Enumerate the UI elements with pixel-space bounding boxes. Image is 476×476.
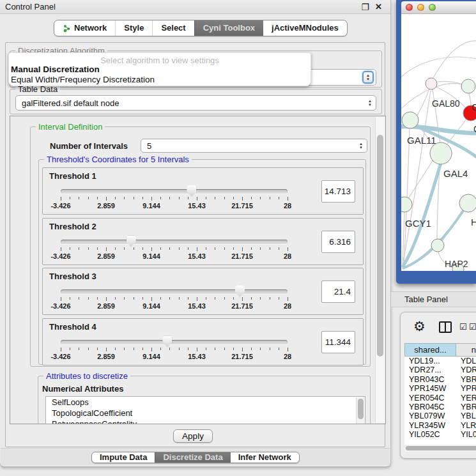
threshold-1-box: Threshold 1-3.4262.8599.14415.4321.71528… — [42, 167, 364, 215]
attribute-list-item[interactable]: BetweennessCentrality — [46, 418, 365, 424]
mac-minimize-icon[interactable] — [417, 4, 424, 11]
table-row[interactable]: YPR145WYPR1 — [404, 384, 476, 393]
table-cell: YBR0 — [456, 403, 476, 411]
table-cell: YDL1 — [456, 357, 476, 365]
threshold-value-field[interactable]: 6.316 — [321, 231, 355, 253]
tab-infer-network[interactable]: Infer Network — [231, 452, 299, 463]
network-node-label: GAL4 — [443, 168, 468, 179]
network-node[interactable] — [459, 194, 476, 212]
settings-scrollbar[interactable] — [375, 117, 385, 423]
slider-tick-labels: -3.4262.8599.14415.4321.71528 — [61, 252, 288, 260]
split-columns-icon[interactable] — [439, 321, 452, 333]
threshold-slider-thumb[interactable] — [187, 185, 196, 197]
threshold-slider-track[interactable] — [61, 289, 288, 294]
tab-select[interactable]: Select — [152, 20, 194, 36]
table-data-group: Table Data galFiltered.sif default node … — [10, 89, 382, 114]
network-node[interactable] — [431, 239, 444, 252]
table-row[interactable]: YDR27...YDR2 — [404, 365, 476, 374]
network-edge[interactable] — [469, 93, 471, 106]
close-icon[interactable]: ✕ — [375, 2, 382, 12]
threshold-slider-track[interactable] — [61, 340, 288, 344]
threshold-slider-thumb[interactable] — [162, 336, 172, 348]
network-window-titlebar — [401, 1, 476, 14]
threshold-value-field[interactable]: 11.344 — [321, 331, 355, 353]
network-icon — [63, 24, 71, 33]
table-cell: YBL079W — [404, 411, 456, 420]
network-node[interactable] — [426, 78, 437, 89]
threshold-2-box: Threshold 2-3.4262.8599.14415.4321.71528… — [42, 218, 364, 265]
tab-discretize-data[interactable]: Discretize Data — [155, 452, 230, 463]
table-cell: YDL19... — [404, 357, 456, 365]
network-node-label: GCY1 — [405, 218, 431, 229]
table-cell: YDR2 — [456, 365, 476, 374]
spinner-icon: ▲▼ — [359, 142, 363, 150]
attributes-list-scrollbar[interactable] — [356, 397, 364, 424]
network-canvas[interactable]: GAL80GACGAL11GAL4GCY1HHAP2 — [401, 14, 476, 271]
float-window-icon[interactable]: ❐ — [361, 2, 369, 12]
network-edge[interactable] — [433, 41, 476, 78]
cyni-toolbox-content: Discretization Algorithm ▲ ▼ Table Data … — [5, 42, 385, 447]
network-view-window: GAL80GACGAL11GAL4GCY1HHAP2 — [396, 0, 476, 284]
threshold-value-field[interactable]: 21.4 — [321, 280, 355, 303]
popup-hint: Select algorithm to view settings — [9, 56, 311, 65]
network-node[interactable] — [401, 197, 412, 212]
table-cell: YPR1 — [456, 384, 476, 393]
table-panel-title: Table Panel — [404, 295, 448, 304]
table-cell: YLR345W — [404, 421, 456, 430]
table-row[interactable]: YBR045CYBR0 — [404, 403, 476, 411]
algorithm-dropdown-popup: Select algorithm to view settings Manual… — [8, 52, 311, 86]
table-row[interactable]: YER054CYER0 — [404, 394, 476, 403]
mac-zoom-icon[interactable] — [429, 4, 436, 11]
spinner-down-icon: ▼ — [366, 77, 370, 81]
table-row[interactable]: YBL079WYBL0 — [404, 411, 476, 420]
popup-option-manual-discretization[interactable]: Manual Discretization — [11, 65, 100, 74]
thresholds-group: Threshold's Coordinates for 5 Intervals … — [38, 159, 366, 365]
tab-style[interactable]: Style — [115, 20, 152, 36]
table-row[interactable]: YDL19...YDL1 — [404, 357, 476, 365]
table-row[interactable]: YBR043CYBR0 — [404, 375, 476, 384]
algorithm-select-spinner[interactable]: ▲ ▼ — [362, 71, 374, 84]
checkbox-icon[interactable]: ☑ — [469, 322, 476, 332]
tab-network[interactable]: Network — [54, 20, 115, 36]
column-header-name[interactable]: name — [456, 343, 476, 357]
table-cell: YBL0 — [456, 411, 476, 420]
tab-impute-data[interactable]: Impute Data — [92, 452, 155, 463]
threshold-slider-track[interactable] — [61, 189, 288, 194]
tab-cyni-toolbox[interactable]: Cyni Toolbox — [194, 20, 263, 36]
attribute-list-item[interactable]: SelfLoops — [46, 397, 365, 408]
table-horizontal-scrollbar[interactable] — [404, 445, 476, 452]
tab-jactivemnodules[interactable]: jActiveMNodules — [263, 20, 347, 36]
table-data-select[interactable]: galFiltered.sif default node ▲▼ — [15, 95, 376, 111]
network-node-label: C — [473, 124, 476, 134]
threshold-slider-track[interactable] — [61, 240, 288, 244]
network-edge[interactable] — [408, 160, 433, 199]
threshold-label: Threshold 2 — [49, 222, 96, 231]
gear-icon[interactable]: ⚙ — [413, 319, 426, 334]
network-edge[interactable] — [401, 57, 476, 78]
threshold-label: Threshold 4 — [49, 322, 96, 332]
network-node-label: HAP2 — [445, 259, 468, 269]
attributes-group: Attributes to discretize Numerical Attri… — [38, 376, 371, 424]
threshold-label: Threshold 1 — [49, 171, 96, 181]
bottom-tab-strip: Impute Data Discretize Data Infer Networ… — [1, 448, 390, 465]
network-node[interactable] — [430, 142, 452, 164]
threshold-value-field[interactable]: 14.713 — [321, 180, 355, 203]
mac-close-icon[interactable] — [406, 4, 413, 11]
number-of-intervals-select[interactable]: 5 ▲▼ — [141, 139, 367, 153]
table-row[interactable]: YIL052CYIL0 — [404, 430, 476, 439]
network-node[interactable] — [402, 112, 418, 128]
table-row[interactable]: YLR345WYLR3 — [404, 421, 476, 430]
network-node-label: H — [471, 217, 476, 227]
checkbox-icon[interactable]: ☑ — [459, 322, 467, 332]
control-panel-tab-bar: Network Style Select Cyni Toolbox jActiv… — [54, 20, 348, 36]
column-header-shared-name[interactable]: shared... — [404, 343, 456, 357]
window-title: Control Panel — [5, 2, 56, 12]
attribute-list-item[interactable]: TopologicalCoefficient — [46, 408, 365, 418]
network-node[interactable] — [461, 79, 475, 93]
popup-option-equal-width-frequency[interactable]: Equal Width/Frequency Discretization — [11, 75, 155, 84]
threshold-slider-thumb[interactable] — [127, 236, 136, 247]
numerical-attributes-list[interactable]: SelfLoopsTopologicalCoefficientBetweenne… — [45, 396, 365, 424]
number-of-intervals-label: Number of Intervals — [50, 141, 128, 151]
threshold-slider-thumb[interactable] — [235, 286, 245, 297]
apply-button[interactable]: Apply — [173, 429, 213, 443]
